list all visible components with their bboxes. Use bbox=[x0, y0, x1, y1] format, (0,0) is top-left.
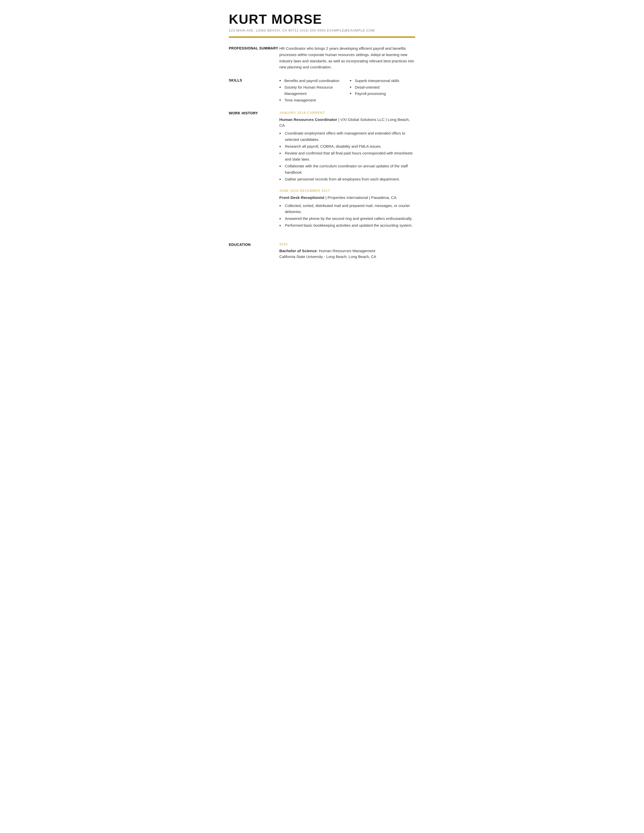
job-1-title-line: Human Resources Coordinator | VXI Global… bbox=[279, 117, 415, 129]
work-history-content: JANUARY 2018-CURRENT Human Resources Coo… bbox=[279, 110, 415, 235]
job-2-title-line: Front Desk Receptionist | Properties Int… bbox=[279, 195, 415, 200]
bullet-item: Coordinate employment offers with manage… bbox=[279, 130, 415, 143]
bullet-item: Review and confirmed that all final paid… bbox=[279, 150, 415, 163]
skills-section: SKILLS Benefits and payroll coordination… bbox=[229, 77, 415, 103]
skills-content: Benefits and payroll coordination Societ… bbox=[279, 77, 415, 103]
professional-summary-content: HR Coordinator who brings 2 years develo… bbox=[279, 45, 415, 71]
candidate-name: KURT MORSE bbox=[229, 12, 415, 26]
skill-item: Time management bbox=[279, 97, 345, 103]
bullet-item: Research all payroll, COBRA, disability … bbox=[279, 143, 415, 150]
job-2-date: JUNE 2016-DECEMBER 2017 bbox=[279, 188, 415, 194]
gold-divider bbox=[229, 36, 415, 38]
work-history-label: WORK HISTORY bbox=[229, 110, 279, 116]
skills-grid: Benefits and payroll coordination Societ… bbox=[279, 77, 415, 103]
contact-info: 123 MAIN AVE, LONG BEACH, CA 90712 (415)… bbox=[229, 29, 415, 32]
job-1-title: Human Resources Coordinator bbox=[279, 117, 337, 122]
education-label: EDUCATION bbox=[229, 242, 279, 248]
professional-summary-label: PROFESSIONAL SUMMARY bbox=[229, 45, 279, 51]
skills-col-1: Benefits and payroll coordination Societ… bbox=[279, 77, 345, 103]
education-section: EDUCATION 2016 Bachelor of Science: Huma… bbox=[229, 242, 415, 260]
job-1-bullets: Coordinate employment offers with manage… bbox=[279, 130, 415, 182]
professional-summary-section: PROFESSIONAL SUMMARY HR Coordinator who … bbox=[229, 45, 415, 71]
edu-school: California State University - Long Beach… bbox=[279, 254, 415, 260]
job-2-title: Front Desk Receptionist bbox=[279, 195, 324, 199]
job-entry-1: JANUARY 2018-CURRENT Human Resources Coo… bbox=[279, 110, 415, 182]
skills-list-1: Benefits and payroll coordination Societ… bbox=[279, 77, 345, 103]
work-history-section: WORK HISTORY JANUARY 2018-CURRENT Human … bbox=[229, 110, 415, 235]
bullet-item: Collected, sorted, distributed mail and … bbox=[279, 203, 415, 215]
job-1-date: JANUARY 2018-CURRENT bbox=[279, 110, 415, 116]
skill-item: Payroll processing bbox=[350, 90, 415, 97]
skill-item: Superb interpersonal skills bbox=[350, 77, 415, 84]
skills-label: SKILLS bbox=[229, 77, 279, 83]
bullet-item: Collaborate with the curriculum coordina… bbox=[279, 163, 415, 176]
job-2-company: | Properties International | Pasadena, C… bbox=[325, 195, 396, 199]
skill-item: Society for Human Resource Management bbox=[279, 84, 345, 97]
bullet-item: Answered the phone by the second ring an… bbox=[279, 215, 415, 222]
summary-text: HR Coordinator who brings 2 years develo… bbox=[279, 45, 415, 71]
skills-list-2: Superb interpersonal skills Detail-orien… bbox=[350, 77, 415, 97]
resume-header: KURT MORSE 123 MAIN AVE, LONG BEACH, CA … bbox=[229, 12, 415, 32]
education-content: 2016 Bachelor of Science: Human Resource… bbox=[279, 242, 415, 260]
job-entry-2: JUNE 2016-DECEMBER 2017 Front Desk Recep… bbox=[279, 188, 415, 228]
skills-col-2: Superb interpersonal skills Detail-orien… bbox=[350, 77, 415, 103]
edu-field: : Human Resources Management bbox=[317, 249, 375, 253]
bullet-item: Performed basic bookkeeping activities a… bbox=[279, 222, 415, 229]
edu-degree-title: Bachelor of Science bbox=[279, 249, 317, 253]
edu-degree-line: Bachelor of Science: Human Resources Man… bbox=[279, 248, 415, 254]
job-2-bullets: Collected, sorted, distributed mail and … bbox=[279, 203, 415, 229]
skill-item: Detail-oriented bbox=[350, 84, 415, 91]
bullet-item: Gather personnel records from all employ… bbox=[279, 176, 415, 182]
edu-year: 2016 bbox=[279, 242, 415, 247]
skill-item: Benefits and payroll coordination bbox=[279, 77, 345, 84]
